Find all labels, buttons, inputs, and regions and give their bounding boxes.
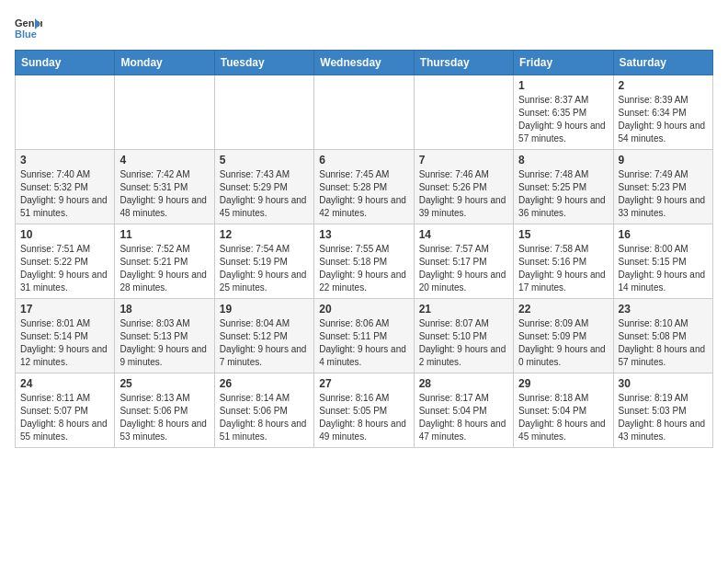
week-row-3: 10Sunrise: 7:51 AM Sunset: 5:22 PM Dayli…: [16, 224, 713, 299]
day-info: Sunrise: 7:42 AM Sunset: 5:31 PM Dayligh…: [119, 168, 209, 220]
calendar-cell: 16Sunrise: 8:00 AM Sunset: 5:15 PM Dayli…: [613, 224, 712, 299]
calendar-cell: 25Sunrise: 8:13 AM Sunset: 5:06 PM Dayli…: [115, 373, 214, 448]
logo-icon: General Blue: [15, 15, 42, 40]
day-number: 30: [619, 377, 708, 390]
day-header-sunday: Sunday: [16, 51, 115, 75]
day-number: 21: [419, 303, 508, 316]
day-number: 14: [419, 228, 508, 241]
day-number: 24: [20, 377, 109, 390]
day-info: Sunrise: 8:13 AM Sunset: 5:06 PM Dayligh…: [119, 392, 209, 443]
calendar-cell: 11Sunrise: 7:52 AM Sunset: 5:21 PM Dayli…: [115, 224, 214, 299]
calendar-body: 1Sunrise: 8:37 AM Sunset: 6:35 PM Daylig…: [16, 75, 713, 448]
week-row-2: 3Sunrise: 7:40 AM Sunset: 5:32 PM Daylig…: [16, 150, 713, 224]
calendar-cell: 20Sunrise: 8:06 AM Sunset: 5:11 PM Dayli…: [314, 299, 414, 373]
day-number: 4: [119, 154, 209, 167]
day-number: 23: [619, 303, 708, 316]
day-info: Sunrise: 8:17 AM Sunset: 5:04 PM Dayligh…: [419, 392, 508, 443]
day-number: 25: [119, 377, 209, 390]
day-number: 1: [518, 79, 608, 92]
day-info: Sunrise: 8:06 AM Sunset: 5:11 PM Dayligh…: [319, 317, 408, 369]
day-info: Sunrise: 7:52 AM Sunset: 5:21 PM Dayligh…: [119, 243, 209, 294]
week-row-4: 17Sunrise: 8:01 AM Sunset: 5:14 PM Dayli…: [16, 299, 713, 373]
calendar-cell: 1Sunrise: 8:37 AM Sunset: 6:35 PM Daylig…: [514, 75, 613, 150]
day-number: 11: [119, 228, 209, 241]
week-row-5: 24Sunrise: 8:11 AM Sunset: 5:07 PM Dayli…: [16, 373, 713, 448]
day-info: Sunrise: 8:01 AM Sunset: 5:14 PM Dayligh…: [20, 317, 109, 369]
day-number: 18: [119, 303, 209, 316]
calendar-cell: 3Sunrise: 7:40 AM Sunset: 5:32 PM Daylig…: [16, 150, 115, 224]
calendar-cell: [314, 75, 414, 150]
calendar-cell: 9Sunrise: 7:49 AM Sunset: 5:23 PM Daylig…: [613, 150, 712, 224]
calendar-cell: [414, 75, 513, 150]
calendar-table: SundayMondayTuesdayWednesdayThursdayFrid…: [15, 50, 713, 448]
day-info: Sunrise: 8:19 AM Sunset: 5:03 PM Dayligh…: [619, 392, 708, 443]
day-info: Sunrise: 8:10 AM Sunset: 5:08 PM Dayligh…: [619, 317, 708, 369]
calendar-cell: 10Sunrise: 7:51 AM Sunset: 5:22 PM Dayli…: [16, 224, 115, 299]
day-info: Sunrise: 7:45 AM Sunset: 5:28 PM Dayligh…: [319, 168, 408, 220]
day-number: 2: [619, 79, 708, 92]
calendar-cell: 12Sunrise: 7:54 AM Sunset: 5:19 PM Dayli…: [214, 224, 313, 299]
calendar-cell: 21Sunrise: 8:07 AM Sunset: 5:10 PM Dayli…: [414, 299, 513, 373]
calendar-cell: 30Sunrise: 8:19 AM Sunset: 5:03 PM Dayli…: [613, 373, 712, 448]
week-row-1: 1Sunrise: 8:37 AM Sunset: 6:35 PM Daylig…: [16, 75, 713, 150]
day-number: 5: [220, 154, 309, 167]
day-info: Sunrise: 8:16 AM Sunset: 5:05 PM Dayligh…: [319, 392, 408, 443]
calendar-cell: 23Sunrise: 8:10 AM Sunset: 5:08 PM Dayli…: [613, 299, 712, 373]
day-info: Sunrise: 8:39 AM Sunset: 6:34 PM Dayligh…: [619, 94, 708, 145]
calendar-cell: [16, 75, 115, 150]
calendar-cell: [214, 75, 313, 150]
day-number: 8: [518, 154, 608, 167]
calendar-cell: 15Sunrise: 7:58 AM Sunset: 5:16 PM Dayli…: [514, 224, 613, 299]
calendar-cell: 8Sunrise: 7:48 AM Sunset: 5:25 PM Daylig…: [514, 150, 613, 224]
day-info: Sunrise: 7:49 AM Sunset: 5:23 PM Dayligh…: [619, 168, 708, 220]
day-number: 6: [319, 154, 408, 167]
day-number: 10: [20, 228, 109, 241]
header: General Blue: [15, 15, 713, 40]
svg-text:Blue: Blue: [15, 29, 37, 40]
day-info: Sunrise: 7:54 AM Sunset: 5:19 PM Dayligh…: [220, 243, 309, 294]
day-header-monday: Monday: [115, 51, 214, 75]
calendar-cell: 13Sunrise: 7:55 AM Sunset: 5:18 PM Dayli…: [314, 224, 414, 299]
day-number: 9: [619, 154, 708, 167]
day-number: 15: [518, 228, 608, 241]
calendar-cell: 22Sunrise: 8:09 AM Sunset: 5:09 PM Dayli…: [514, 299, 613, 373]
calendar-cell: 6Sunrise: 7:45 AM Sunset: 5:28 PM Daylig…: [314, 150, 414, 224]
calendar-cell: [115, 75, 214, 150]
day-info: Sunrise: 7:40 AM Sunset: 5:32 PM Dayligh…: [20, 168, 109, 220]
logo: General Blue: [15, 15, 42, 40]
day-number: 19: [220, 303, 309, 316]
day-info: Sunrise: 8:14 AM Sunset: 5:06 PM Dayligh…: [220, 392, 309, 443]
calendar-cell: 5Sunrise: 7:43 AM Sunset: 5:29 PM Daylig…: [214, 150, 313, 224]
day-header-friday: Friday: [514, 51, 613, 75]
calendar-cell: 4Sunrise: 7:42 AM Sunset: 5:31 PM Daylig…: [115, 150, 214, 224]
calendar-cell: 29Sunrise: 8:18 AM Sunset: 5:04 PM Dayli…: [514, 373, 613, 448]
calendar-cell: 27Sunrise: 8:16 AM Sunset: 5:05 PM Dayli…: [314, 373, 414, 448]
day-number: 27: [319, 377, 408, 390]
calendar-cell: 28Sunrise: 8:17 AM Sunset: 5:04 PM Dayli…: [414, 373, 513, 448]
day-info: Sunrise: 7:58 AM Sunset: 5:16 PM Dayligh…: [518, 243, 608, 294]
day-number: 13: [319, 228, 408, 241]
day-info: Sunrise: 7:48 AM Sunset: 5:25 PM Dayligh…: [518, 168, 608, 220]
day-number: 7: [419, 154, 508, 167]
day-header-thursday: Thursday: [414, 51, 513, 75]
day-number: 28: [419, 377, 508, 390]
day-info: Sunrise: 8:00 AM Sunset: 5:15 PM Dayligh…: [619, 243, 708, 294]
calendar-cell: 24Sunrise: 8:11 AM Sunset: 5:07 PM Dayli…: [16, 373, 115, 448]
day-header-saturday: Saturday: [613, 51, 712, 75]
day-number: 16: [619, 228, 708, 241]
calendar-cell: 17Sunrise: 8:01 AM Sunset: 5:14 PM Dayli…: [16, 299, 115, 373]
calendar-cell: 7Sunrise: 7:46 AM Sunset: 5:26 PM Daylig…: [414, 150, 513, 224]
day-number: 17: [20, 303, 109, 316]
day-info: Sunrise: 8:11 AM Sunset: 5:07 PM Dayligh…: [20, 392, 109, 443]
day-number: 3: [20, 154, 109, 167]
day-info: Sunrise: 8:18 AM Sunset: 5:04 PM Dayligh…: [518, 392, 608, 443]
day-info: Sunrise: 8:37 AM Sunset: 6:35 PM Dayligh…: [518, 94, 608, 145]
day-number: 29: [518, 377, 608, 390]
day-info: Sunrise: 7:43 AM Sunset: 5:29 PM Dayligh…: [220, 168, 309, 220]
day-info: Sunrise: 8:04 AM Sunset: 5:12 PM Dayligh…: [220, 317, 309, 369]
day-info: Sunrise: 8:07 AM Sunset: 5:10 PM Dayligh…: [419, 317, 508, 369]
day-number: 12: [220, 228, 309, 241]
day-info: Sunrise: 7:46 AM Sunset: 5:26 PM Dayligh…: [419, 168, 508, 220]
day-header-wednesday: Wednesday: [314, 51, 414, 75]
day-info: Sunrise: 7:51 AM Sunset: 5:22 PM Dayligh…: [20, 243, 109, 294]
